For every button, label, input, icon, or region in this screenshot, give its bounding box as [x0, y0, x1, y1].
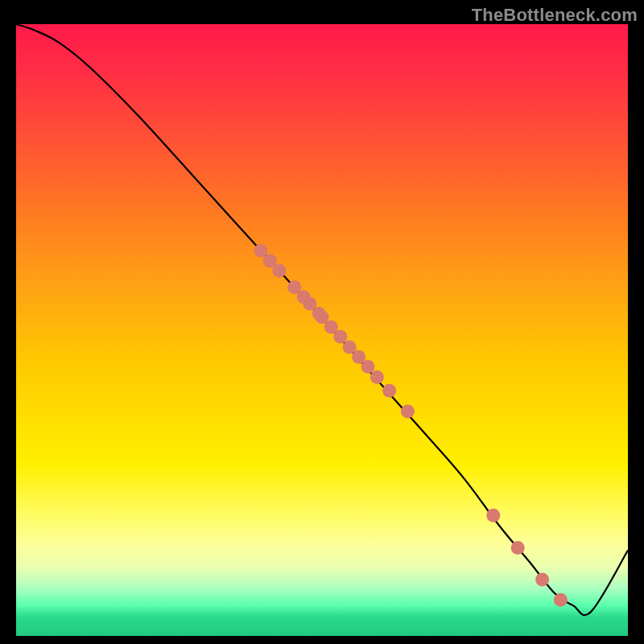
highlight-dot: [511, 541, 525, 555]
highlight-dot: [370, 370, 384, 384]
highlight-dot: [535, 573, 549, 587]
watermark-label: TheBottleneck.com: [472, 5, 638, 26]
highlight-dot: [486, 509, 500, 522]
highlight-dots: [254, 244, 568, 607]
highlight-dot: [254, 244, 268, 258]
highlight-dot: [272, 264, 286, 278]
highlight-dot: [554, 593, 568, 607]
highlight-dot: [382, 384, 396, 398]
highlight-dot: [333, 330, 347, 344]
highlight-dot: [361, 360, 375, 374]
chart-svg: [16, 24, 628, 636]
highlight-dot: [401, 405, 415, 419]
